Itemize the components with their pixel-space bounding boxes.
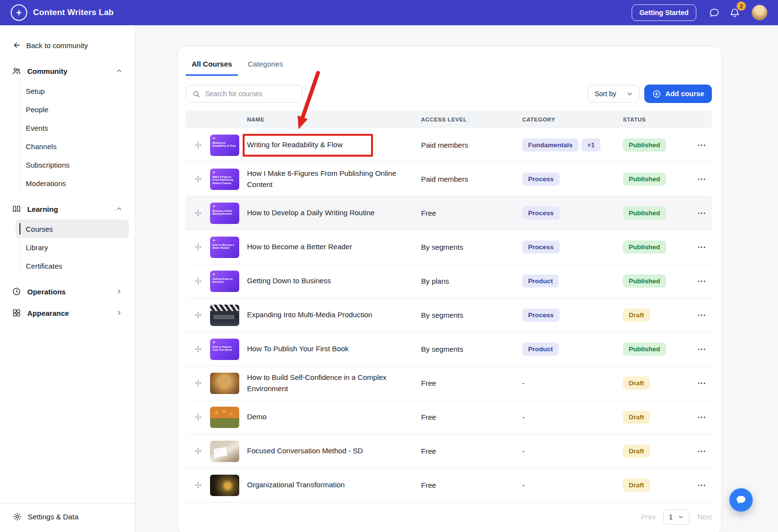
- chat-widget-button[interactable]: [729, 488, 753, 512]
- drag-handle-icon[interactable]: [186, 345, 210, 353]
- table-row[interactable]: Organizational TransformationFree-Draft: [186, 468, 712, 502]
- table-row[interactable]: Expanding Into Multi-Media ProductionBy …: [186, 298, 712, 332]
- table-row[interactable]: DemoFree-Draft: [186, 400, 712, 434]
- user-avatar[interactable]: [752, 5, 767, 20]
- drag-handle-icon[interactable]: [186, 277, 210, 285]
- row-actions-button[interactable]: [691, 276, 712, 286]
- drag-handle-icon[interactable]: [186, 311, 210, 319]
- getting-started-button[interactable]: Getting Started: [632, 4, 696, 21]
- table-row[interactable]: Develop a Daily Writing RoutineHow to De…: [186, 196, 712, 230]
- course-thumbnail: [210, 407, 239, 428]
- table-row[interactable]: How to Build Self-Confidence in a Comple…: [186, 366, 712, 400]
- drag-handle-icon[interactable]: [186, 209, 210, 217]
- row-actions-button[interactable]: [691, 446, 712, 456]
- sort-by-dropdown[interactable]: Sort by: [587, 85, 639, 103]
- row-actions-button[interactable]: [691, 412, 712, 422]
- course-name[interactable]: How To Publish Your First Book: [247, 343, 421, 355]
- status-badge: Draft: [623, 445, 650, 458]
- back-to-community-label: Back to community: [26, 41, 88, 50]
- tab-all-courses[interactable]: All Courses: [186, 55, 238, 76]
- sparkle-icon: [212, 273, 215, 276]
- course-name[interactable]: Demo: [247, 412, 421, 423]
- sidebar-section-appearance[interactable]: Appearance: [6, 303, 129, 323]
- row-actions-button[interactable]: [691, 378, 712, 388]
- messages-icon[interactable]: [707, 5, 722, 20]
- chevron-down-icon: [626, 90, 634, 98]
- course-name[interactable]: Getting Down to Business: [247, 275, 421, 287]
- chevron-right-icon: [115, 288, 123, 295]
- category-chip: +1: [582, 138, 601, 152]
- category-cell: Process: [522, 240, 623, 254]
- drag-handle-icon[interactable]: [186, 481, 210, 489]
- access-level: Free: [421, 209, 522, 217]
- course-name[interactable]: Organizational Transformation: [247, 480, 421, 491]
- table-row[interactable]: Make 6-Figures From Publishing Online Co…: [186, 162, 712, 196]
- table-row[interactable]: Getting Down to BusinessGetting Down to …: [186, 264, 712, 298]
- settings-and-data-link[interactable]: Settings & Data: [0, 503, 135, 532]
- course-name[interactable]: How to Develop a Daily Writing Routine: [247, 207, 421, 219]
- column-header-access-level: ACCESS LEVEL: [421, 117, 522, 122]
- appearance-icon: [12, 308, 21, 318]
- page-select[interactable]: 1: [663, 509, 690, 525]
- row-actions-button[interactable]: [691, 481, 712, 490]
- sidebar-item-events[interactable]: Events: [16, 119, 129, 137]
- sidebar-item-courses[interactable]: Courses: [16, 220, 129, 238]
- row-actions-button[interactable]: [691, 242, 712, 252]
- add-course-button[interactable]: Add course: [644, 85, 712, 103]
- sidebar-section-learning[interactable]: Learning: [6, 199, 129, 219]
- notifications-bell-icon[interactable]: 2: [727, 5, 742, 20]
- table-row[interactable]: How to Publish Your First BookHow To Pub…: [186, 332, 712, 366]
- table-controls: Sort by Add course: [186, 85, 712, 103]
- drag-handle-icon[interactable]: [186, 175, 210, 183]
- next-page-button[interactable]: Next: [697, 513, 712, 521]
- drag-handle-icon[interactable]: [186, 141, 210, 149]
- drag-handle-icon[interactable]: [186, 379, 210, 387]
- drag-handle-icon[interactable]: [186, 243, 210, 251]
- prev-page-button[interactable]: Prev: [641, 513, 656, 521]
- row-actions-button[interactable]: [691, 344, 712, 354]
- back-to-community-link[interactable]: Back to community: [0, 25, 135, 50]
- category-empty: -: [522, 379, 525, 387]
- sidebar-item-library[interactable]: Library: [16, 238, 129, 257]
- sidebar-section-label: Learning: [27, 205, 109, 213]
- course-name[interactable]: How I Make 6-Figures From Publishing Onl…: [247, 168, 421, 190]
- row-actions-button[interactable]: [691, 310, 712, 320]
- row-actions-button[interactable]: [691, 140, 712, 150]
- sidebar-item-people[interactable]: People: [16, 100, 129, 119]
- search-icon: [192, 90, 200, 98]
- course-thumbnail: Make 6-Figures From Publishing Online Co…: [210, 169, 239, 190]
- category-chip: Process: [522, 206, 560, 220]
- table-row[interactable]: How to Become a Better ReaderHow to Beco…: [186, 230, 712, 264]
- sidebar-section-label: Operations: [27, 288, 109, 296]
- drag-handle-icon[interactable]: [186, 447, 210, 455]
- table-row[interactable]: Writing for Readability & FlowWriting fo…: [186, 128, 712, 162]
- app-logo-icon[interactable]: [11, 4, 27, 21]
- sidebar-item-setup[interactable]: Setup: [16, 82, 129, 100]
- course-name[interactable]: Writing for Readability & Flow: [247, 139, 421, 151]
- sidebar-item-certificates[interactable]: Certificates: [16, 257, 129, 275]
- tabs-bar: All CoursesCategories: [178, 47, 721, 76]
- add-course-label: Add course: [665, 90, 704, 98]
- category-chip: Process: [522, 309, 560, 322]
- table-row[interactable]: Focused Conversation Method - SDFree-Dra…: [186, 434, 712, 468]
- course-name[interactable]: Expanding Into Multi-Media Production: [247, 309, 421, 321]
- row-actions-button[interactable]: [691, 174, 712, 184]
- sidebar-section-operations[interactable]: Operations: [6, 282, 129, 301]
- sidebar-item-moderations[interactable]: Moderations: [16, 174, 129, 192]
- course-name[interactable]: Focused Conversation Method - SD: [247, 446, 421, 457]
- course-search[interactable]: [186, 85, 302, 103]
- chat-bubble-icon: [735, 494, 747, 506]
- category-chip: Product: [522, 275, 559, 288]
- course-name[interactable]: How to Build Self-Confidence in a Comple…: [247, 372, 421, 394]
- access-level: Free: [421, 379, 522, 387]
- category-cell: Process: [522, 309, 623, 322]
- sparkle-icon: [212, 171, 215, 174]
- sidebar-item-subscriptions[interactable]: Subscriptions: [16, 155, 129, 174]
- sidebar-item-channels[interactable]: Channels: [16, 137, 129, 155]
- course-name[interactable]: How to Become a Better Reader: [247, 241, 421, 253]
- drag-handle-icon[interactable]: [186, 413, 210, 421]
- tab-categories[interactable]: Categories: [242, 55, 289, 76]
- row-actions-button[interactable]: [691, 208, 712, 218]
- search-input[interactable]: [204, 89, 302, 98]
- sidebar-section-community[interactable]: Community: [6, 61, 129, 81]
